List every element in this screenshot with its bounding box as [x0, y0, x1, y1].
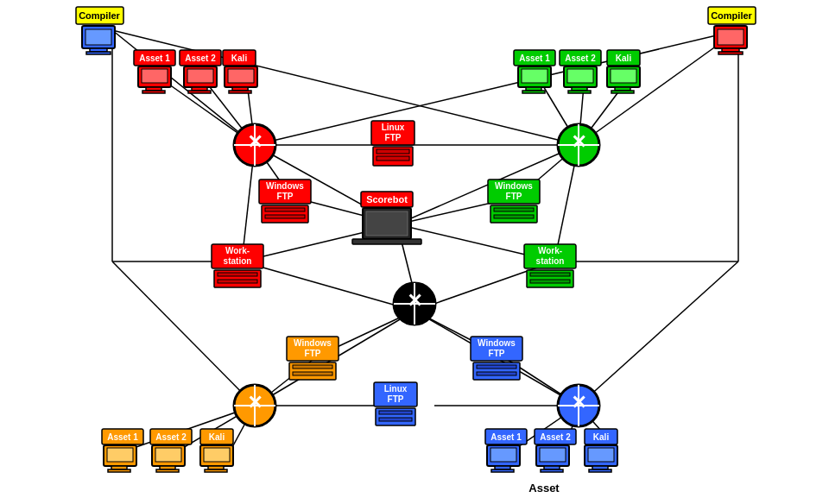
red-wftp-label2: FTP — [277, 192, 294, 201]
compiler-tl-label: Compiler — [79, 10, 120, 21]
linux-ftp-center: Linux FTP — [371, 121, 414, 166]
svg-rect-78 — [567, 69, 593, 83]
green-ws-label2: station — [536, 256, 565, 266]
green-asset1: Asset 1 — [514, 50, 555, 93]
orange-windows-ftp: Windows FTP — [287, 337, 339, 380]
svg-rect-149 — [490, 448, 516, 462]
red-ws-label2: station — [224, 256, 252, 266]
svg-rect-99 — [352, 239, 421, 244]
svg-rect-119 — [530, 280, 570, 283]
blue-windows-ftp: Windows FTP — [471, 337, 522, 380]
svg-rect-110 — [494, 208, 534, 211]
svg-rect-144 — [204, 448, 230, 462]
svg-rect-68 — [228, 69, 254, 83]
svg-rect-60 — [142, 91, 165, 93]
svg-rect-131 — [379, 418, 412, 421]
orange-asset1-label: Asset 1 — [107, 432, 138, 442]
green-workstation: Work- station — [524, 244, 576, 287]
svg-rect-136 — [108, 469, 130, 472]
svg-rect-103 — [377, 156, 409, 161]
linux-ftp-bottom-label: Linux — [384, 384, 408, 394]
svg-rect-156 — [541, 469, 563, 472]
svg-rect-63 — [187, 69, 213, 83]
orange-kali: Kali — [200, 429, 233, 472]
svg-rect-126 — [477, 365, 516, 369]
blue-wftp-label2: FTP — [489, 349, 505, 358]
red-asset1: Asset 1 — [134, 50, 175, 93]
orange-wftp-label: Windows — [294, 338, 332, 348]
svg-rect-127 — [477, 372, 516, 375]
svg-rect-80 — [568, 91, 591, 93]
svg-rect-98 — [366, 211, 408, 236]
linux-ftp-label: Linux — [382, 123, 405, 132]
red-kali: Kali — [223, 50, 257, 93]
green-wftp-label: Windows — [495, 181, 533, 191]
red-wftp-label: Windows — [266, 181, 304, 191]
svg-rect-73 — [522, 69, 547, 83]
svg-rect-53 — [718, 29, 744, 45]
svg-rect-114 — [218, 273, 257, 276]
red-workstation: Work- station — [212, 244, 263, 287]
svg-rect-115 — [218, 280, 257, 283]
red-asset2-label: Asset 2 — [185, 54, 216, 63]
svg-rect-159 — [588, 448, 614, 462]
green-asset2-label: Asset 2 — [565, 54, 596, 63]
svg-rect-146 — [205, 469, 227, 472]
scorebot-label: Scorebot — [366, 194, 408, 205]
orange-kali-label: Kali — [209, 432, 225, 442]
asset-label-bottom: Asset — [528, 482, 560, 495]
svg-rect-130 — [379, 411, 412, 414]
svg-rect-50 — [86, 52, 111, 54]
red-ws-label: Work- — [225, 246, 250, 255]
asset-text: Asset — [528, 482, 560, 495]
svg-rect-139 — [155, 448, 181, 462]
linux-ftp-bottom-label2: FTP — [388, 394, 404, 404]
svg-rect-75 — [522, 91, 545, 93]
blue-kali-label: Kali — [593, 432, 610, 442]
svg-rect-122 — [293, 365, 332, 369]
svg-rect-161 — [589, 469, 611, 472]
compiler-tr-label: Compiler — [711, 10, 752, 21]
scorebot-node: Scorebot — [352, 192, 421, 244]
orange-asset2-label: Asset 2 — [155, 432, 187, 442]
linux-ftp-bottom: Linux FTP — [374, 382, 417, 425]
green-asset1-label: Asset 1 — [519, 54, 550, 63]
blue-asset2-label: Asset 2 — [540, 432, 571, 442]
green-wftp-label2: FTP — [506, 192, 522, 201]
orange-wftp-label2: FTP — [305, 349, 321, 358]
svg-rect-65 — [188, 91, 211, 93]
svg-rect-107 — [265, 215, 305, 218]
svg-rect-85 — [611, 91, 634, 93]
svg-rect-111 — [494, 215, 534, 218]
svg-rect-55 — [718, 52, 743, 54]
svg-rect-151 — [491, 469, 514, 472]
red-asset1-label: Asset 1 — [139, 54, 170, 63]
svg-rect-118 — [530, 273, 570, 276]
green-asset2: Asset 2 — [560, 50, 601, 93]
green-kali: Kali — [607, 50, 640, 93]
svg-rect-102 — [377, 149, 409, 154]
svg-rect-154 — [540, 448, 566, 462]
svg-rect-106 — [265, 208, 305, 211]
svg-rect-83 — [611, 69, 636, 83]
red-windows-ftp: Windows FTP — [259, 180, 311, 223]
blue-kali: Kali — [585, 429, 617, 472]
blue-wftp-label: Windows — [478, 338, 516, 348]
blue-asset1-label: Asset 1 — [490, 432, 522, 442]
green-ws-label: Work- — [538, 246, 562, 255]
red-kali-label: Kali — [231, 54, 248, 63]
green-kali-label: Kali — [616, 54, 632, 63]
linux-ftp-label2: FTP — [385, 133, 402, 142]
svg-rect-70 — [229, 91, 251, 93]
green-windows-ftp: Windows FTP — [488, 180, 540, 223]
svg-rect-48 — [85, 29, 111, 45]
svg-rect-123 — [293, 372, 332, 375]
red-asset2: Asset 2 — [180, 50, 221, 93]
svg-rect-134 — [107, 448, 133, 462]
svg-rect-58 — [142, 69, 168, 83]
svg-rect-141 — [156, 469, 179, 472]
